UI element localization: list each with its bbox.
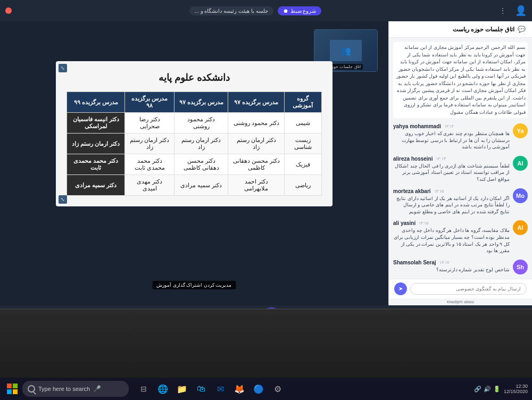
cell-97: دکتر ارمان رستم زاد [228, 134, 285, 154]
start-recording-btn[interactable]: ⏺ شروع ضبط [278, 6, 322, 15]
video-area: 👥 اتاق جلسات حوزه ریاسه ⤡ دانشکده علوم پ… [0, 21, 388, 305]
firefox-icon: 🦊 [234, 384, 245, 394]
system-tray: 🔗 🔊 🔋 12:30 12/15/2020 [474, 384, 528, 394]
presentation-title: دانشکده علوم پایه [66, 72, 322, 84]
message-text: لطفاً سیستم شناخت های اژدری را فی الحال … [393, 163, 510, 183]
chat-message: ۱۲:۱۵ ali yasini ملاک مقایسه، گروه ها دا… [393, 220, 528, 254]
col-header-98: مدرس برگزیده ۹۸ [125, 92, 174, 113]
cell-99: دکتر سمیه مرادی [67, 175, 125, 196]
table-row: زیست شناسی دکتر ارمان رستم زاد دکتر ارما… [67, 134, 322, 154]
user-avatar-top[interactable]: 👤 [515, 5, 527, 16]
chat-input-area: ➤ [389, 279, 532, 298]
cell-group: زیست شناسی [284, 134, 321, 154]
clock: 12:30 12/15/2020 [504, 384, 528, 394]
chat-message: ۱۲:۱۵ morteza akbari اگر امکان دارد یک ا… [393, 188, 528, 215]
chrome-button[interactable]: 🔵 [250, 380, 267, 397]
message-author: ۱۲:۱۷ Shamsolah Seraj [393, 260, 510, 265]
windows-icon [7, 384, 18, 394]
windows-taskbar: Type here to search 🎤 ⊟ 🌐 📁 🛍 ✉ 🦊 🔵 ⚙ [0, 378, 532, 400]
presentation-table: گروه آموزشی مدرس برگزیده ۹۷ مدرس برگزیده… [66, 91, 322, 196]
cell-98: دکتر مهدی امیدی [125, 175, 174, 196]
avatar: Al [513, 156, 528, 171]
col-header-group: گروه آموزشی [284, 92, 321, 113]
cell-group: فیزیک [284, 154, 321, 175]
teams-topbar: جلسه با هیئت رئیسه دانشگاه و ... ⏺ شروع … [0, 0, 532, 21]
cell-97: دکتر محمود روشنی [228, 113, 285, 134]
send-button[interactable]: ➤ [394, 282, 407, 295]
task-view-button[interactable]: ⊟ [135, 380, 152, 397]
table-row: فیزیک دکتر محسن دهقانی کاظمی دکتر محسن د… [67, 154, 322, 175]
laptop-screen: جلسه با هیئت رئیسه دانشگاه و ... ⏺ شروع … [0, 0, 532, 309]
cell-98: دکتر ارمان رستم زاد [125, 134, 174, 154]
expand-icon-br[interactable]: ⤡ [59, 195, 67, 204]
mic-search-icon: 🎤 [93, 385, 101, 393]
cell-99: دکتر ارمان رستم زاد [67, 134, 125, 154]
presentation-document: ⤡ دانشکده علوم پایه گروه آموزشی مدرس برگ… [56, 61, 332, 206]
time-display: 12:30 [504, 384, 528, 389]
user-label: khadijeh abasi [389, 298, 532, 305]
close-btn[interactable] [5, 7, 12, 14]
main-content: 👥 اتاق جلسات حوزه ریاسه ⤡ دانشکده علوم پ… [0, 21, 532, 305]
folder-icon: 📁 [177, 384, 187, 394]
network-icon: 🔗 [474, 386, 481, 393]
chat-message: ۱۲:۱۷ Shamsolah Seraj شاخص لوح تقدیر شما… [393, 260, 528, 274]
date-display: 12/15/2020 [504, 389, 528, 394]
message-text: شاخص لوح تقدیر شماره دارترسته؟ [393, 266, 510, 273]
cell-97b: دکتر سمیه مرادی [174, 175, 228, 196]
cell-99: دکتر انیسه فاسمیان لمراسکی [67, 113, 125, 134]
message-text: ملاک مقایسه، گروه ها داخل هر گروه داخل چ… [393, 227, 510, 254]
start-button[interactable] [4, 381, 20, 397]
message-text: ها همچنان منتظر بودم چند نفری که اخبار خ… [393, 130, 510, 151]
window-controls [5, 7, 12, 14]
taskbar-search[interactable]: Type here to search 🎤 [22, 381, 129, 397]
expand-icon-tl[interactable]: ⤡ [59, 64, 67, 72]
table-row: ریاضی دکتر احمد ملابهرامی دکتر سمیه مراد… [67, 175, 322, 196]
message-text: اگر امکان دارد یک از اساتید هر یک از اسا… [393, 195, 510, 215]
cell-group: ریاضی [284, 175, 321, 196]
message-author: ۱۲:۱۵ morteza akbari [393, 188, 510, 194]
battery-icon: 🔋 [493, 386, 501, 393]
chat-title: اتاق جلسات حوزه ریاست [453, 26, 514, 33]
cell-97b: دکتر ارمان رستم زاد [174, 134, 228, 154]
edge-icon: 🌐 [157, 384, 168, 394]
chat-message: ۱۲:۱۳ alireza hosseini لطفاً سیستم شناخت… [393, 156, 528, 183]
chat-input[interactable] [410, 283, 527, 295]
volume-icon: 🔊 [484, 386, 491, 393]
message-author: ۱۲:۱۳ alireza hosseini [393, 156, 510, 162]
firefox-button[interactable]: 🦊 [231, 380, 248, 397]
cell-97: دکتر محسن دهقانی کاظمی [228, 154, 285, 175]
cell-97b: دکتر محمود روشنی [174, 113, 228, 134]
message-author: ۱۲:۱۵ ali yasini [393, 220, 510, 226]
tooltip: مدیریت کردن اشتراک گذاری آموزش [152, 281, 236, 289]
mail-button[interactable]: ✉ [212, 380, 229, 397]
avatar: Mo [513, 188, 528, 203]
taskbar-apps: ⊟ 🌐 📁 🛍 ✉ 🦊 🔵 ⚙ [135, 380, 286, 397]
chat-messages[interactable]: بسم الله الرحمن الرحیم مرکز آموزش مجازی … [389, 38, 532, 279]
chrome-icon: 🔵 [253, 384, 264, 394]
cell-98: دکتر محمد محمدی ثابت [125, 154, 174, 175]
chat-message: ۱۲:۱۲ yahya mohammadi ها همچنان منتظر بو… [393, 123, 528, 151]
message-author: ۱۲:۱۲ yahya mohammadi [393, 123, 510, 129]
chat-header: 💬 اتاق جلسات حوزه ریاست [389, 21, 532, 38]
edge-browser-button[interactable]: 🌐 [154, 380, 171, 397]
file-explorer-button[interactable]: 📁 [173, 380, 190, 397]
settings-icon: ⚙ [274, 384, 281, 394]
meeting-name: جلسه با هیئت رئیسه دانشگاه و ... [189, 6, 273, 15]
search-text: Type here to search [38, 386, 90, 392]
record-icon: ⏺ [283, 8, 288, 14]
cell-98: دکتر رضا صحرایی [125, 113, 174, 134]
search-icon [28, 385, 35, 393]
chat-panel: 💬 اتاق جلسات حوزه ریاست بسم الله الرحمن … [388, 21, 532, 305]
chat-icon: 💬 [518, 26, 526, 33]
cell-97b: دکتر محسن دهقانی کاظمی [174, 154, 228, 175]
table-row: شیمی دکتر محمود روشنی دکتر محمود روشنی د… [67, 113, 322, 134]
col-header-97b: مدرس برگزیده ۹۷ [174, 92, 228, 113]
menu-dots[interactable]: ⋮ [499, 6, 506, 15]
avatar: Sh [513, 260, 528, 274]
cell-97: دکتر احمد ملابهرامی [228, 175, 285, 196]
settings-button[interactable]: ⚙ [269, 380, 286, 397]
cell-99: دکتر محمد محمدی ثابت [67, 154, 125, 175]
system-message: بسم الله الرحمن الرحیم مرکز آموزش مجازی … [393, 42, 528, 118]
task-view-icon: ⊟ [140, 385, 147, 393]
store-button[interactable]: 🛍 [193, 380, 210, 397]
